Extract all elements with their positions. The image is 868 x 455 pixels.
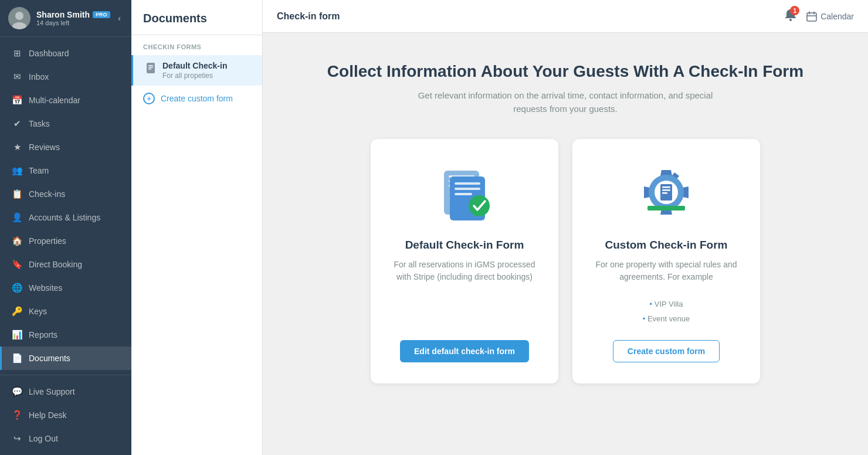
- second-panel-header: Documents: [131, 0, 262, 35]
- svg-rect-26: [662, 192, 667, 194]
- svg-rect-24: [662, 186, 670, 188]
- websites-icon: 🌐: [11, 282, 23, 294]
- collapse-sidebar-button[interactable]: ‹: [116, 11, 123, 25]
- sidebar-item-team[interactable]: 👥 Team: [0, 159, 131, 182]
- sidebar-item-inbox[interactable]: ✉ Inbox: [0, 65, 131, 89]
- top-bar-title: Check-in form: [277, 11, 340, 22]
- sidebar-item-keys[interactable]: 🔑 Keys: [0, 300, 131, 323]
- sidebar-item-direct-booking[interactable]: 🔖 Direct Booking: [0, 253, 131, 276]
- documents-icon: 📄: [11, 352, 23, 364]
- create-custom-form-button[interactable]: + Create custom form: [131, 86, 262, 111]
- svg-rect-27: [647, 206, 685, 210]
- svg-rect-6: [148, 69, 151, 70]
- sidebar-item-properties[interactable]: 🏠 Properties: [0, 229, 131, 253]
- sidebar-item-label: Keys: [29, 307, 47, 316]
- sidebar-item-label: Dashboard: [29, 49, 69, 58]
- reports-icon: 📊: [11, 329, 23, 341]
- sidebar-item-label: Direct Booking: [29, 260, 82, 269]
- avatar: [8, 7, 30, 29]
- form-item-name: Default Check-in: [162, 61, 227, 70]
- default-checkin-form-item[interactable]: Default Check-in For all propeties: [131, 55, 262, 86]
- content-area: Collect Information About Your Guests Wi…: [263, 33, 868, 455]
- pro-badge: PRO: [93, 11, 110, 18]
- second-panel: Documents CHECKIN FORMS Default Check-in…: [131, 0, 263, 455]
- sidebar: Sharon Smith PRO 14 days left ‹ ⊞ Dashbo…: [0, 0, 131, 455]
- svg-rect-3: [147, 63, 155, 73]
- sidebar-item-dashboard[interactable]: ⊞ Dashboard: [0, 42, 131, 65]
- inbox-icon: ✉: [11, 71, 23, 83]
- second-panel-title: Documents: [143, 12, 250, 25]
- sidebar-item-label: Documents: [29, 354, 70, 363]
- sidebar-item-documents[interactable]: 📄 Documents: [0, 347, 131, 370]
- sidebar-item-reviews[interactable]: ★ Reviews: [0, 135, 131, 159]
- sidebar-item-accounts-listings[interactable]: 👤 Accounts & Listings: [0, 206, 131, 229]
- custom-card-list: VIP Villa Event venue: [643, 297, 690, 326]
- sidebar-item-label: Inbox: [29, 72, 49, 82]
- calendar-button[interactable]: Calendar: [806, 11, 854, 22]
- form-item-icon: [145, 62, 157, 74]
- custom-card-desc: For one property with special rules and …: [591, 259, 741, 283]
- create-custom-form-card-button[interactable]: Create custom form: [613, 340, 720, 362]
- svg-point-1: [15, 12, 23, 20]
- sidebar-item-label: Live Support: [29, 387, 75, 396]
- sidebar-item-label: Check-ins: [29, 189, 65, 199]
- custom-card-icon: [634, 160, 699, 225]
- svg-point-7: [789, 19, 792, 21]
- svg-rect-17: [455, 182, 480, 185]
- sidebar-item-label: Multi-calendar: [29, 96, 80, 105]
- sidebar-item-label: Team: [29, 166, 49, 175]
- list-item: VIP Villa: [643, 297, 690, 312]
- content-subtext: Get relevant information on the arrival …: [401, 89, 730, 116]
- sidebar-item-multi-calendar[interactable]: 📅 Multi-calendar: [0, 89, 131, 112]
- multi-calendar-icon: 📅: [11, 94, 23, 106]
- main-content: Check-in form 1 Calendar Colle: [263, 0, 868, 455]
- custom-card-title: Custom Check-in Form: [605, 239, 727, 252]
- log-out-icon: ↪: [11, 433, 23, 444]
- svg-rect-19: [455, 193, 472, 195]
- user-name: Sharon Smith: [36, 10, 90, 19]
- section-label: CHECKIN FORMS: [131, 35, 262, 55]
- sidebar-footer: 💬 Live Support ❓ Help Desk ↪ Log Out: [0, 375, 131, 455]
- default-card-icon: [432, 160, 497, 225]
- days-left: 14 days left: [36, 19, 116, 26]
- edit-default-checkin-button[interactable]: Edit default check-in form: [400, 340, 529, 362]
- svg-rect-4: [148, 65, 153, 66]
- sidebar-item-help-desk[interactable]: ❓ Help Desk: [0, 403, 131, 427]
- default-card-desc: For all reservations in iGMS processed w…: [389, 259, 540, 283]
- svg-rect-25: [662, 189, 670, 191]
- create-custom-form-label: Create custom form: [161, 94, 233, 103]
- user-info: Sharon Smith PRO 14 days left: [36, 10, 116, 26]
- direct-booking-icon: 🔖: [11, 259, 23, 270]
- form-item-content: Default Check-in For all propeties: [162, 61, 227, 80]
- sidebar-nav: ⊞ Dashboard ✉ Inbox 📅 Multi-calendar ✔ T…: [0, 37, 131, 375]
- top-bar-actions: 1 Calendar: [784, 8, 854, 24]
- notification-badge: 1: [790, 6, 799, 15]
- sidebar-item-label: Properties: [29, 236, 66, 246]
- cards-row: Default Check-in Form For all reservatio…: [371, 139, 760, 383]
- live-support-icon: 💬: [11, 386, 23, 398]
- svg-point-20: [469, 195, 490, 216]
- sidebar-item-log-out[interactable]: ↪ Log Out: [0, 427, 131, 450]
- help-desk-icon: ❓: [11, 409, 23, 421]
- checkins-icon: 📋: [11, 188, 23, 200]
- sidebar-header: Sharon Smith PRO 14 days left ‹: [0, 0, 131, 37]
- sidebar-item-tasks[interactable]: ✔ Tasks: [0, 112, 131, 135]
- tasks-icon: ✔: [11, 118, 23, 130]
- top-bar: Check-in form 1 Calendar: [263, 0, 868, 33]
- sidebar-item-check-ins[interactable]: 📋 Check-ins: [0, 182, 131, 206]
- sidebar-item-label: Reports: [29, 330, 57, 339]
- sidebar-item-reports[interactable]: 📊 Reports: [0, 323, 131, 347]
- svg-rect-5: [148, 67, 153, 68]
- sidebar-item-live-support[interactable]: 💬 Live Support: [0, 380, 131, 403]
- content-heading: Collect Information About Your Guests Wi…: [327, 62, 803, 81]
- list-item: Event venue: [643, 312, 690, 327]
- notification-button[interactable]: 1: [784, 8, 797, 24]
- sidebar-item-websites[interactable]: 🌐 Websites: [0, 276, 131, 300]
- sidebar-item-label: Log Out: [29, 434, 58, 443]
- keys-icon: 🔑: [11, 305, 23, 317]
- reviews-icon: ★: [11, 141, 23, 153]
- default-card-title: Default Check-in Form: [405, 239, 524, 252]
- team-icon: 👥: [11, 165, 23, 176]
- properties-icon: 🏠: [11, 235, 23, 247]
- dashboard-icon: ⊞: [11, 47, 23, 59]
